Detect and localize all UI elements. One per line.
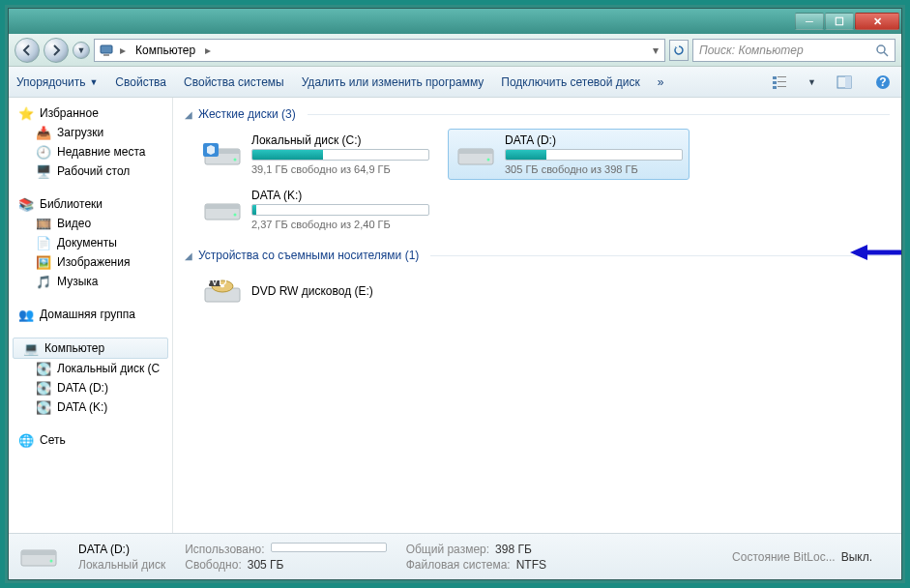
desktop-icon: 🖥️ xyxy=(36,163,51,179)
download-icon: 📥 xyxy=(36,125,51,140)
search-input[interactable]: Поиск: Компьютер xyxy=(692,39,895,62)
free-label: Свободно: xyxy=(185,558,242,572)
svg-rect-32 xyxy=(21,550,56,555)
picture-icon: 🖼️ xyxy=(36,254,51,270)
svg-rect-19 xyxy=(458,149,493,154)
svg-point-23 xyxy=(234,213,237,216)
drive-free-text: 2,37 ГБ свободно из 2,40 ГБ xyxy=(251,219,429,230)
status-drive-type: Локальный диск xyxy=(78,558,165,572)
help-button[interactable]: ? xyxy=(872,72,894,93)
svg-rect-8 xyxy=(773,86,777,89)
minimize-button[interactable]: ─ xyxy=(795,13,824,30)
sidebar-item-downloads[interactable]: 📥Загрузки xyxy=(9,123,172,142)
sidebar-network[interactable]: 🌐Сеть xyxy=(9,430,172,450)
sidebar-item-recent[interactable]: 🕘Недавние места xyxy=(9,142,172,162)
fs-label: Файловая система: xyxy=(406,558,511,572)
category-removable[interactable]: ◢ Устройства со съемными носителями (1) xyxy=(185,249,890,262)
uninstall-button[interactable]: Удалить или изменить программу xyxy=(302,75,484,89)
breadcrumb-sep-icon: ▸ xyxy=(203,44,213,57)
used-bar xyxy=(271,543,387,552)
drives-list: Локальный диск (C:)39,1 ГБ свободно из 6… xyxy=(194,129,890,235)
sidebar-libraries[interactable]: 📚Библиотеки xyxy=(9,194,172,214)
chevron-down-icon[interactable]: ▼ xyxy=(807,77,816,87)
drive-label: DATA (D:) xyxy=(505,133,683,147)
drive-usage-bar xyxy=(251,149,429,161)
annotation-arrow xyxy=(850,243,901,262)
removable-list: DVD DVD RW дисковод (E:) xyxy=(194,270,890,314)
sidebar-item-music[interactable]: 🎵Музыка xyxy=(9,272,172,291)
back-button[interactable] xyxy=(15,38,40,63)
properties-button[interactable]: Свойства xyxy=(115,75,166,89)
drive-item[interactable]: DATA (D:)305 ГБ свободно из 398 ГБ xyxy=(448,129,690,180)
library-icon: 📚 xyxy=(18,196,34,212)
svg-text:?: ? xyxy=(879,75,886,89)
bitlocker-label: Состояние BitLoc... xyxy=(732,550,836,564)
sidebar-item-drive-k[interactable]: 💽DATA (K:) xyxy=(9,397,172,417)
drive-icon: 💽 xyxy=(36,399,51,415)
map-drive-button[interactable]: Подключить сетевой диск xyxy=(501,75,639,89)
refresh-button[interactable] xyxy=(669,40,689,61)
preview-pane-button[interactable] xyxy=(834,72,855,93)
category-hard-drives[interactable]: ◢ Жесткие диски (3) xyxy=(185,107,890,121)
svg-marker-30 xyxy=(850,245,867,260)
breadcrumb-computer[interactable]: Компьютер xyxy=(132,42,199,59)
forward-button[interactable] xyxy=(44,38,69,63)
sidebar-computer[interactable]: 💻Компьютер xyxy=(13,338,168,359)
homegroup-icon: 👥 xyxy=(18,307,34,322)
view-options-button[interactable] xyxy=(769,72,790,93)
sidebar-homegroup[interactable]: 👥Домашняя группа xyxy=(9,305,172,324)
sidebar-item-pictures[interactable]: 🖼️Изображения xyxy=(9,252,172,272)
svg-rect-5 xyxy=(778,76,786,77)
maximize-button[interactable]: ☐ xyxy=(825,13,854,30)
drive-icon: 💽 xyxy=(36,361,51,376)
drive-usage-bar xyxy=(505,149,683,161)
sidebar-item-videos[interactable]: 🎞️Видео xyxy=(9,214,172,233)
body: ⭐Избранное 📥Загрузки 🕘Недавние места 🖥️Р… xyxy=(9,98,901,533)
address-dropdown-icon[interactable]: ▾ xyxy=(651,44,660,57)
status-drive-name: DATA (D:) xyxy=(78,543,130,556)
svg-line-3 xyxy=(884,52,888,56)
fs-value: NTFS xyxy=(516,558,546,572)
sidebar-item-drive-c[interactable]: 💽Локальный диск (C xyxy=(9,359,172,378)
svg-point-33 xyxy=(50,559,53,562)
system-properties-button[interactable]: Свойства системы xyxy=(184,75,284,89)
content-pane: ◢ Жесткие диски (3) Локальный диск (C:)3… xyxy=(173,98,901,533)
star-icon: ⭐ xyxy=(18,105,34,121)
sidebar-favorites[interactable]: ⭐Избранное xyxy=(9,103,172,123)
collapse-icon: ◢ xyxy=(185,109,192,120)
drive-usage-bar xyxy=(251,204,429,216)
drive-icon xyxy=(455,137,497,172)
sidebar-item-documents[interactable]: 📄Документы xyxy=(9,233,172,252)
svg-rect-1 xyxy=(103,54,109,56)
command-bar: Упорядочить ▼ Свойства Свойства системы … xyxy=(9,67,901,98)
search-icon xyxy=(875,44,889,57)
drive-icon xyxy=(201,192,244,227)
address-bar[interactable]: ▸ Компьютер ▸ ▾ xyxy=(94,39,665,62)
sidebar-item-drive-d[interactable]: 💽DATA (D:) xyxy=(9,378,172,397)
used-label: Использовано: xyxy=(185,543,264,556)
svg-point-16 xyxy=(234,158,237,161)
svg-text:DVD: DVD xyxy=(202,275,227,288)
recent-dropdown[interactable]: ▼ xyxy=(73,42,90,59)
document-icon: 📄 xyxy=(36,235,51,250)
computer-icon xyxy=(99,43,114,58)
drive-item[interactable]: DATA (K:)2,37 ГБ свободно из 2,40 ГБ xyxy=(194,184,436,235)
nav-bar: ▼ ▸ Компьютер ▸ ▾ Поиск: Компьютер xyxy=(9,34,901,67)
bitlocker-value: Выкл. xyxy=(841,550,872,564)
toolbar-overflow[interactable]: » xyxy=(658,75,664,89)
svg-rect-9 xyxy=(778,86,786,87)
video-icon: 🎞️ xyxy=(36,216,51,231)
organize-menu[interactable]: Упорядочить ▼ xyxy=(16,75,98,89)
computer-icon: 💻 xyxy=(23,340,39,356)
dvd-drive[interactable]: DVD DVD RW дисковод (E:) xyxy=(194,270,436,314)
drive-item[interactable]: Локальный диск (C:)39,1 ГБ свободно из 6… xyxy=(194,129,436,180)
drive-icon: 💽 xyxy=(36,380,51,396)
music-icon: 🎵 xyxy=(36,274,51,289)
drive-label: Локальный диск (C:) xyxy=(251,133,429,147)
drive-label: DVD RW дисковод (E:) xyxy=(251,284,429,298)
title-bar[interactable]: ─ ☐ ✕ xyxy=(9,9,901,34)
close-button[interactable]: ✕ xyxy=(855,13,899,30)
sidebar-item-desktop[interactable]: 🖥️Рабочий стол xyxy=(9,162,172,181)
drive-icon xyxy=(201,137,244,172)
search-placeholder: Поиск: Компьютер xyxy=(699,44,804,57)
